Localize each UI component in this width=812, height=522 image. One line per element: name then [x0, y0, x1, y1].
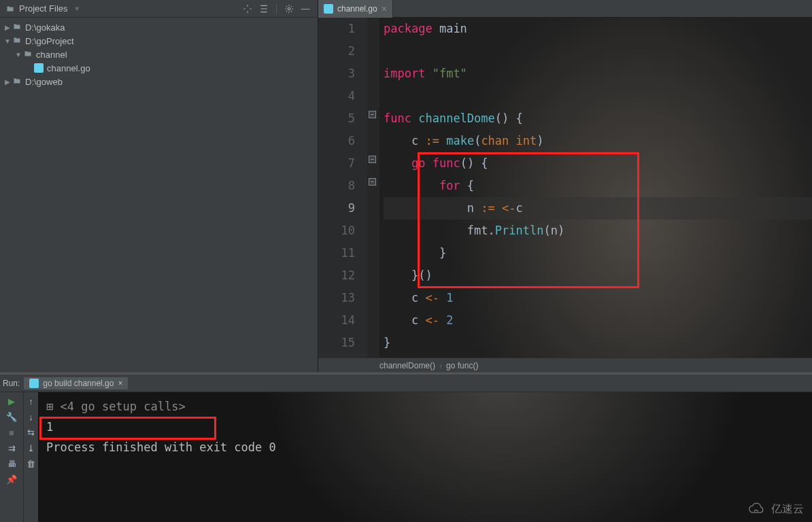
code-line[interactable]: }()	[384, 264, 812, 287]
code-line[interactable]: import "fmt"	[384, 63, 812, 85]
code-line[interactable]: go func() {	[384, 152, 812, 175]
go-file-icon	[34, 63, 44, 73]
folder-icon	[12, 77, 22, 87]
code-line[interactable]: }	[384, 332, 812, 354]
code-line[interactable]: func channelDome() {	[384, 107, 812, 130]
trash-icon[interactable]: 🗑	[27, 459, 35, 469]
stop-icon[interactable]: ■	[9, 428, 14, 438]
project-title: Project Files	[19, 3, 68, 14]
code-line[interactable]: c := make(chan int)	[384, 130, 812, 152]
code-area[interactable]: package mainimport "fmt"func channelDome…	[379, 18, 812, 358]
run-panel: Run: go build channel.go × ▶ 🔧 ■ ⇉ 🖶 📌 ↑…	[0, 372, 812, 522]
tree-label: D:\goProject	[25, 36, 74, 46]
hide-icon[interactable]: —	[299, 2, 312, 16]
layout-icon[interactable]: ⇉	[8, 443, 16, 453]
fold-mark[interactable]: −	[369, 156, 376, 163]
cloud-icon	[747, 502, 767, 517]
code-line[interactable]: c <- 2	[384, 309, 812, 332]
down-icon[interactable]: ↓	[29, 412, 33, 422]
tool-icon[interactable]: 🔧	[6, 412, 17, 422]
fold-mark[interactable]: −	[369, 178, 376, 186]
chevron-right-icon: ›	[439, 361, 442, 370]
up-icon[interactable]: ↑	[29, 396, 33, 406]
gear-icon[interactable]	[282, 2, 296, 16]
rerun-icon[interactable]: ▶	[8, 396, 15, 406]
folder-item[interactable]: ▶D:\goweb	[0, 75, 318, 88]
folder-icon	[5, 5, 15, 13]
run-label: Run:	[3, 379, 20, 388]
folder-item[interactable]: ▶D:\gokaka	[0, 20, 318, 34]
breadcrumb-item[interactable]: go func()	[446, 361, 478, 370]
folder-icon	[23, 50, 33, 60]
editor-body[interactable]: 123456789101112131415 − − − package main…	[318, 18, 812, 358]
pin-icon[interactable]: 📌	[6, 474, 17, 485]
tree-label: channel	[36, 50, 67, 60]
folder-item[interactable]: ▼D:\goProject	[0, 34, 318, 48]
project-header: Project Files ▾ —	[0, 0, 318, 18]
folder-icon	[12, 22, 22, 33]
fold-mark[interactable]: −	[369, 111, 376, 118]
folder-icon	[12, 36, 22, 46]
code-line[interactable]: fmt.Println(n)	[384, 220, 812, 242]
run-toolbar: ▶ 🔧 ■ ⇉ 🖶 📌	[0, 392, 23, 522]
editor-tab[interactable]: channel.go ×	[318, 0, 393, 18]
folder-item[interactable]: ▼channel	[0, 48, 318, 61]
close-icon[interactable]: ×	[382, 3, 387, 14]
code-line[interactable]	[384, 85, 812, 107]
code-line[interactable]: }	[384, 242, 812, 264]
collapse-icon[interactable]	[257, 2, 271, 16]
tree-label: channel.go	[47, 63, 90, 73]
file-item[interactable]: channel.go	[0, 61, 318, 75]
breadcrumbs[interactable]: channelDome() › go func()	[318, 358, 812, 372]
run-tab[interactable]: go build channel.go ×	[24, 377, 128, 389]
go-file-icon	[324, 4, 333, 14]
code-line[interactable]	[384, 40, 812, 63]
dropdown-icon[interactable]: ▾	[75, 3, 80, 14]
console-line: Process finished with exit code 0	[46, 437, 804, 457]
line-gutter: 123456789101112131415	[318, 18, 367, 358]
tree-label: D:\goweb	[25, 77, 63, 87]
highlight-box	[39, 417, 216, 440]
tab-label: channel.go	[337, 4, 377, 14]
editor-tab-bar: channel.go ×	[318, 0, 812, 18]
watermark: 亿速云	[747, 502, 804, 517]
code-line[interactable]: c <- 1	[384, 287, 812, 309]
code-line[interactable]: for {	[384, 175, 812, 197]
run-header: Run: go build channel.go ×	[0, 375, 812, 392]
project-pane: Project Files ▾ — ▶D:\gokaka▼D:\goProjec…	[0, 0, 318, 372]
fold-column: − − −	[367, 18, 379, 358]
svg-point-0	[288, 7, 290, 10]
editor-pane: channel.go × 123456789101112131415 − − −…	[318, 0, 812, 372]
wrap-icon[interactable]: ⇆	[27, 428, 35, 438]
code-line[interactable]: n := <-c	[384, 197, 812, 220]
close-icon[interactable]: ×	[118, 379, 122, 388]
run-toolbar-2: ↑ ↓ ⇆ ⤓ 🗑	[23, 392, 38, 522]
project-tree: ▶D:\gokaka▼D:\goProject▼channelchannel.g…	[0, 18, 318, 91]
breadcrumb-item[interactable]: channelDome()	[379, 361, 435, 370]
code-line[interactable]: package main	[384, 18, 812, 40]
scroll-icon[interactable]: ⤓	[27, 443, 35, 453]
console-line: ⊞ <4 go setup calls>	[46, 396, 804, 417]
run-tab-label: go build channel.go	[43, 379, 114, 388]
tree-label: D:\gokaka	[25, 22, 65, 33]
locate-icon[interactable]	[241, 2, 254, 16]
print-icon[interactable]: 🖶	[7, 459, 16, 469]
go-file-icon	[29, 379, 39, 388]
run-console[interactable]: ⊞ <4 go setup calls>1Process finished wi…	[38, 392, 812, 522]
